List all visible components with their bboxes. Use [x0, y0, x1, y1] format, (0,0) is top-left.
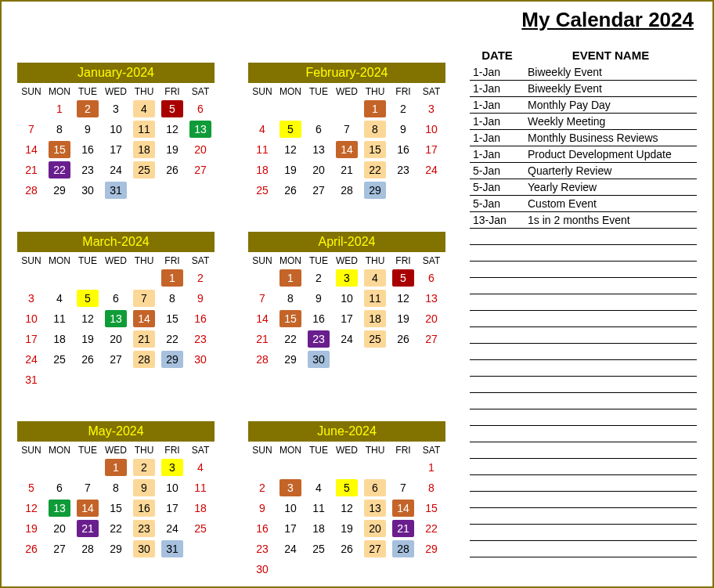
- day-cell[interactable]: 11: [361, 288, 389, 308]
- day-cell[interactable]: 27: [186, 160, 215, 180]
- day-cell[interactable]: 29: [102, 539, 130, 559]
- day-cell[interactable]: 15: [102, 498, 130, 518]
- day-cell[interactable]: 28: [17, 180, 45, 200]
- day-cell[interactable]: 12: [17, 498, 45, 518]
- day-cell[interactable]: 4: [248, 119, 276, 139]
- day-cell[interactable]: 13: [102, 308, 130, 329]
- day-cell[interactable]: 26: [74, 349, 102, 370]
- day-cell[interactable]: 26: [389, 329, 417, 349]
- day-cell[interactable]: 4: [130, 99, 158, 119]
- day-cell[interactable]: 10: [333, 288, 361, 308]
- day-cell[interactable]: 2: [248, 478, 276, 498]
- day-cell[interactable]: 25: [248, 180, 276, 200]
- day-cell[interactable]: 22: [361, 160, 389, 180]
- day-cell[interactable]: 23: [130, 518, 158, 539]
- day-cell[interactable]: 22: [102, 518, 130, 539]
- day-cell[interactable]: 7: [333, 119, 361, 139]
- day-cell[interactable]: 14: [248, 308, 276, 329]
- day-cell[interactable]: 15: [276, 308, 305, 329]
- day-cell[interactable]: 14: [17, 139, 45, 160]
- day-cell[interactable]: 18: [186, 498, 215, 518]
- day-cell[interactable]: 15: [45, 139, 74, 160]
- day-cell[interactable]: 10: [158, 478, 186, 498]
- day-cell[interactable]: 30: [248, 559, 276, 579]
- day-cell[interactable]: 9: [130, 478, 158, 498]
- day-cell[interactable]: 2: [186, 268, 215, 288]
- day-cell[interactable]: 19: [158, 139, 186, 160]
- day-cell[interactable]: 23: [389, 160, 417, 180]
- day-cell[interactable]: 8: [361, 119, 389, 139]
- day-cell[interactable]: 19: [276, 160, 305, 180]
- day-cell[interactable]: 20: [45, 518, 74, 539]
- day-cell[interactable]: 6: [186, 99, 215, 119]
- day-cell[interactable]: 27: [305, 180, 333, 200]
- day-cell[interactable]: 7: [74, 478, 102, 498]
- day-cell[interactable]: 26: [17, 539, 45, 559]
- day-cell[interactable]: 21: [333, 160, 361, 180]
- day-cell[interactable]: 25: [305, 539, 333, 559]
- day-cell[interactable]: 25: [45, 349, 74, 370]
- day-cell[interactable]: 19: [333, 518, 361, 539]
- day-cell[interactable]: 20: [186, 139, 215, 160]
- day-cell[interactable]: 3: [417, 99, 445, 119]
- day-cell[interactable]: 5: [17, 478, 45, 498]
- day-cell[interactable]: 4: [186, 457, 215, 478]
- day-cell[interactable]: 11: [130, 119, 158, 139]
- day-cell[interactable]: 16: [389, 139, 417, 160]
- day-cell[interactable]: 13: [186, 119, 215, 139]
- day-cell[interactable]: 10: [276, 498, 305, 518]
- day-cell[interactable]: 16: [305, 308, 333, 329]
- day-cell[interactable]: 24: [17, 349, 45, 370]
- day-cell[interactable]: 1: [276, 268, 305, 288]
- day-cell[interactable]: 4: [361, 268, 389, 288]
- day-cell[interactable]: 16: [74, 139, 102, 160]
- day-cell[interactable]: 9: [305, 288, 333, 308]
- day-cell[interactable]: 10: [102, 119, 130, 139]
- day-cell[interactable]: 31: [17, 370, 45, 390]
- day-cell[interactable]: 9: [74, 119, 102, 139]
- day-cell[interactable]: 28: [333, 180, 361, 200]
- day-cell[interactable]: 24: [276, 539, 305, 559]
- day-cell[interactable]: 2: [74, 99, 102, 119]
- day-cell[interactable]: 24: [158, 518, 186, 539]
- day-cell[interactable]: 19: [17, 518, 45, 539]
- day-cell[interactable]: 17: [276, 518, 305, 539]
- day-cell[interactable]: 29: [417, 539, 445, 559]
- day-cell[interactable]: 19: [389, 308, 417, 329]
- day-cell[interactable]: 8: [276, 288, 305, 308]
- day-cell[interactable]: 27: [361, 539, 389, 559]
- day-cell[interactable]: 4: [45, 288, 74, 308]
- day-cell[interactable]: 21: [130, 329, 158, 349]
- day-cell[interactable]: 14: [74, 498, 102, 518]
- day-cell[interactable]: 26: [333, 539, 361, 559]
- day-cell[interactable]: 21: [74, 518, 102, 539]
- day-cell[interactable]: 21: [389, 518, 417, 539]
- day-cell[interactable]: 7: [248, 288, 276, 308]
- day-cell[interactable]: 14: [333, 139, 361, 160]
- day-cell[interactable]: 1: [361, 99, 389, 119]
- day-cell[interactable]: 6: [305, 119, 333, 139]
- day-cell[interactable]: 27: [45, 539, 74, 559]
- day-cell[interactable]: 18: [130, 139, 158, 160]
- day-cell[interactable]: 7: [389, 478, 417, 498]
- day-cell[interactable]: 12: [158, 119, 186, 139]
- day-cell[interactable]: 11: [186, 478, 215, 498]
- day-cell[interactable]: 13: [45, 498, 74, 518]
- day-cell[interactable]: 22: [276, 329, 305, 349]
- day-cell[interactable]: 5: [333, 478, 361, 498]
- day-cell[interactable]: 13: [361, 498, 389, 518]
- day-cell[interactable]: 8: [417, 478, 445, 498]
- day-cell[interactable]: 15: [361, 139, 389, 160]
- day-cell[interactable]: 8: [158, 288, 186, 308]
- day-cell[interactable]: 24: [333, 329, 361, 349]
- day-cell[interactable]: 24: [102, 160, 130, 180]
- day-cell[interactable]: 2: [305, 268, 333, 288]
- day-cell[interactable]: 31: [158, 539, 186, 559]
- day-cell[interactable]: 7: [130, 288, 158, 308]
- day-cell[interactable]: 26: [276, 180, 305, 200]
- day-cell[interactable]: 23: [74, 160, 102, 180]
- day-cell[interactable]: 19: [74, 329, 102, 349]
- day-cell[interactable]: 6: [102, 288, 130, 308]
- day-cell[interactable]: 26: [158, 160, 186, 180]
- day-cell[interactable]: 23: [248, 539, 276, 559]
